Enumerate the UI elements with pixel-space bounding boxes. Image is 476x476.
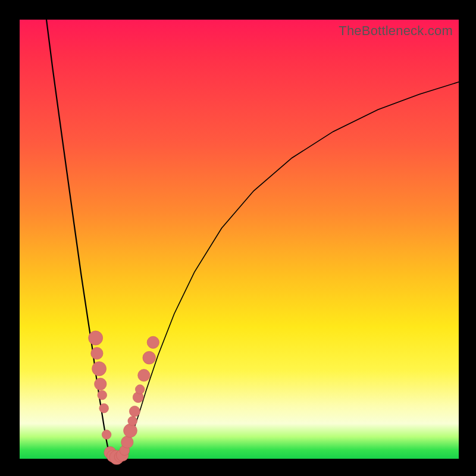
marker-dot — [89, 331, 103, 345]
chart-frame: TheBottleneck.com — [0, 0, 476, 476]
marker-dot — [143, 351, 156, 364]
marker-dot — [129, 406, 140, 416]
marker-dot-group — [89, 331, 159, 465]
marker-dot — [121, 436, 133, 448]
marker-dot — [147, 336, 159, 348]
marker-dot — [124, 424, 137, 437]
marker-dot — [98, 390, 107, 400]
marker-dot — [91, 347, 103, 359]
chart-plot-area: TheBottleneck.com — [20, 20, 459, 459]
marker-dot — [95, 378, 107, 390]
marker-dot — [102, 430, 111, 440]
marker-dot — [99, 403, 109, 413]
marker-dot — [138, 369, 150, 381]
marker-dot — [135, 385, 145, 394]
marker-dot — [128, 416, 137, 426]
chart-svg — [20, 20, 459, 459]
marker-dot — [92, 362, 107, 376]
curve-right-branch — [123, 82, 459, 456]
